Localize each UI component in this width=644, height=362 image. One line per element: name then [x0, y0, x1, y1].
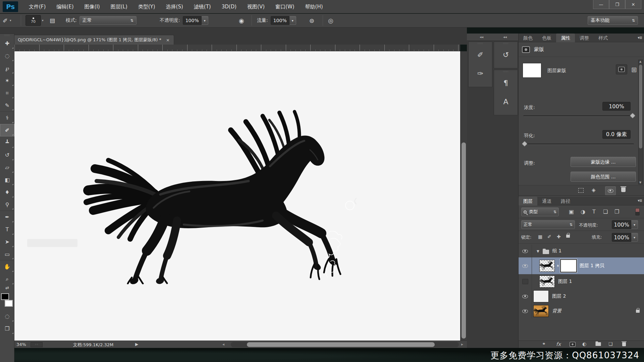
menu-window[interactable]: 窗口(W)	[270, 0, 300, 13]
tab-styles[interactable]: 样式	[594, 34, 612, 42]
delete-layer-icon[interactable]	[622, 342, 626, 347]
magic-wand-tool[interactable]: ✶	[0, 74, 14, 87]
mask-edge-button[interactable]: 蒙版边缘 ...	[571, 157, 636, 167]
fill-value[interactable]: 100%	[612, 233, 631, 242]
workspace-switcher[interactable]: 基本功能 ⇅	[588, 16, 638, 25]
eye-icon[interactable]	[522, 264, 528, 268]
horizontal-scrollbar[interactable]	[231, 342, 459, 347]
lasso-tool[interactable]: ℘	[0, 62, 14, 74]
menu-view[interactable]: 视图(V)	[242, 0, 270, 13]
swap-colors-icon[interactable]: ⇄	[0, 285, 14, 293]
horizontal-scrollbar-thumb[interactable]	[247, 342, 435, 347]
vertical-scrollbar-thumb[interactable]	[462, 142, 466, 339]
tool-preset-picker[interactable]: ✐ ▾	[3, 14, 11, 27]
menu-help[interactable]: 帮助(H)	[300, 0, 328, 13]
properties-scrollbar-thumb[interactable]	[639, 65, 642, 148]
history-panel-button[interactable]: ↺	[494, 45, 518, 64]
brush-tool[interactable]: ✐	[0, 124, 14, 136]
layer-row-layer1-copy[interactable]: ⚭ 图层 1 拷贝	[519, 257, 644, 274]
close-button[interactable]: ✕	[625, 0, 641, 9]
layer-row-background[interactable]: 背景	[519, 304, 644, 318]
eye-icon[interactable]	[522, 295, 528, 298]
layer-row-group[interactable]: ▼ 组 1	[519, 245, 644, 257]
link-layers-icon[interactable]: ⚭	[542, 341, 546, 346]
scroll-down-icon[interactable]: ▼	[639, 181, 641, 184]
panel-menu-icon[interactable]: ▾≣	[638, 36, 642, 40]
layer-thumbnail[interactable]	[539, 276, 555, 288]
menu-select[interactable]: 选择(S)	[161, 0, 189, 13]
filter-smart-objects-icon[interactable]: ❐	[614, 208, 619, 215]
status-info-icon[interactable]: ◦◦	[31, 342, 43, 347]
pen-tool[interactable]: ✒	[0, 211, 14, 223]
status-flyout-arrow-icon[interactable]: ▶	[135, 342, 138, 347]
background-color-swatch[interactable]	[5, 300, 13, 307]
airbrush-button[interactable]: ⊚	[309, 14, 314, 27]
adjustment-layer-icon[interactable]: ◐	[582, 341, 586, 347]
shape-tool[interactable]: ▭	[0, 248, 14, 260]
pressure-size-button[interactable]: ◎	[328, 14, 333, 27]
foreground-color-swatch[interactable]	[1, 293, 9, 300]
collapse-panels-icon[interactable]: ◂◂	[480, 35, 483, 39]
flow-value[interactable]: 100%	[271, 16, 289, 25]
add-mask-icon[interactable]	[570, 342, 576, 347]
menu-3d[interactable]: 3D(D)	[216, 0, 242, 13]
lock-image-pixels-icon[interactable]: ✐	[547, 234, 551, 239]
path-selection-tool[interactable]: ➤	[0, 236, 14, 248]
opacity-dropdown-arrow[interactable]: ▾	[202, 16, 208, 25]
spot-healing-brush-tool[interactable]: ⚕	[0, 112, 14, 124]
document-size-info[interactable]: 文档:599.1K/2.32M	[56, 342, 130, 348]
filter-type-layers-icon[interactable]: T	[592, 208, 596, 215]
tab-adjustments[interactable]: 调整	[575, 34, 594, 42]
tab-close-icon[interactable]: ×	[166, 38, 170, 43]
load-selection-icon[interactable]	[578, 188, 584, 193]
opacity-value[interactable]: 100%	[183, 16, 202, 25]
select-layer-mask-button[interactable]	[616, 64, 627, 74]
brush-preset-button[interactable]: 70 ▾	[25, 14, 44, 27]
mask-link-icon[interactable]: ⚭	[555, 264, 560, 267]
feather-value[interactable]: 0.0 像素	[602, 130, 631, 139]
hand-tool[interactable]: ✋	[0, 260, 14, 273]
properties-scrollbar[interactable]: ▲ ▼	[638, 60, 643, 184]
tab-channels[interactable]: 通道	[537, 197, 556, 205]
hscroll-right-arrow-icon[interactable]: ▸	[461, 342, 463, 347]
layer-row-layer1[interactable]: 图层 1	[519, 274, 644, 289]
panel-grip[interactable]: ∷∷∷	[494, 70, 518, 73]
document-tab[interactable]: QJODRIGCL~ON4WI}]@Q5.png @ 171% (图层 1 拷贝…	[13, 35, 174, 45]
maximize-button[interactable]: ❐	[609, 0, 625, 9]
paragraph-panel-button[interactable]: ¶	[494, 73, 518, 92]
gradient-tool[interactable]: ◧	[0, 174, 14, 186]
eye-icon[interactable]	[522, 309, 528, 313]
eraser-tool[interactable]: ▱	[0, 161, 14, 174]
menu-file[interactable]: 文件(F)	[23, 0, 51, 13]
eyedropper-tool[interactable]: ✎	[0, 99, 14, 112]
tab-paths[interactable]: 路径	[556, 197, 575, 205]
density-slider-thumb[interactable]	[630, 113, 636, 119]
density-value[interactable]: 100%	[602, 102, 631, 111]
filter-adjustment-layers-icon[interactable]: ◑	[581, 208, 585, 215]
panel-menu-icon[interactable]: ▾≣	[638, 198, 642, 203]
layer-row-layer2[interactable]: 图层 2	[519, 289, 644, 304]
tab-layers[interactable]: 图层	[519, 197, 537, 205]
collapse-panels-icon[interactable]: ◂◂	[503, 35, 507, 39]
blend-mode-dropdown[interactable]: 正常 ⇅	[79, 16, 137, 25]
type-tool[interactable]: T	[0, 223, 14, 236]
layer-thumbnail[interactable]	[539, 260, 555, 272]
minimize-button[interactable]: —	[593, 0, 609, 9]
layers-opacity-arrow[interactable]: ▾	[631, 220, 638, 229]
disable-mask-button[interactable]	[605, 186, 616, 195]
quick-mask-button[interactable]: ◌	[0, 310, 14, 322]
panel-grip[interactable]: ∷∷∷	[494, 42, 518, 45]
vertical-scrollbar[interactable]	[460, 51, 467, 341]
panel-grip[interactable]: ∷∷∷	[0, 34, 14, 37]
expand-group-icon[interactable]: ▼	[537, 249, 539, 253]
color-range-button[interactable]: 颜色范围 ...	[571, 172, 636, 182]
layer-mask-thumbnail[interactable]	[523, 63, 541, 78]
move-tool[interactable]: ✚	[0, 37, 14, 50]
menu-edit[interactable]: 编辑(E)	[51, 0, 79, 13]
brush-presets-panel-button[interactable]: ✐	[469, 45, 492, 64]
pressure-opacity-button[interactable]: ◉	[239, 14, 244, 27]
brush-panel-button[interactable]: ✑	[469, 64, 492, 83]
filter-toggle-switch[interactable]	[635, 208, 640, 216]
hscroll-left-arrow-icon[interactable]: ◂	[222, 342, 224, 347]
canvas[interactable]	[14, 51, 460, 341]
